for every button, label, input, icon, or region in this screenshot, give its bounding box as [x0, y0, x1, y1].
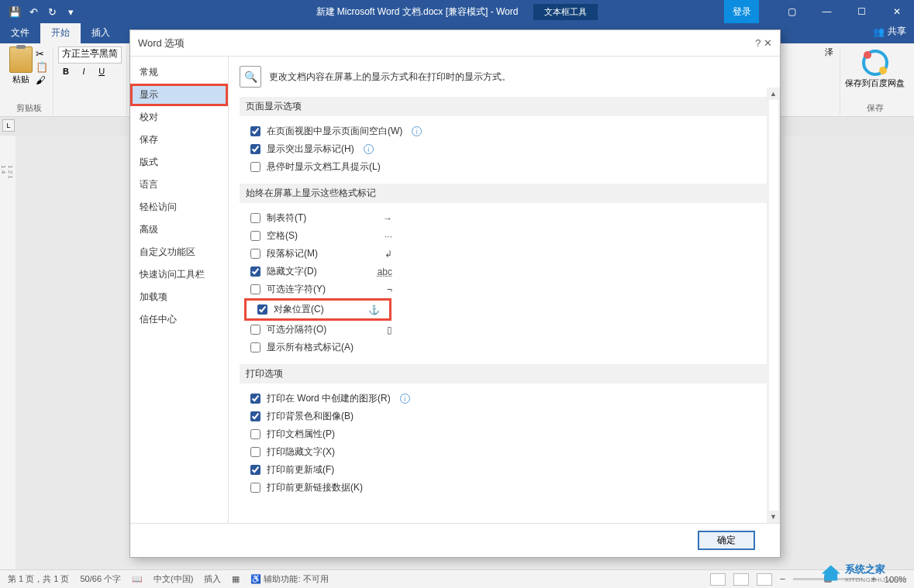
qat-more-icon[interactable]: ▾ — [64, 5, 78, 19]
chk-whitespace[interactable] — [250, 126, 260, 136]
tab-home[interactable]: 开始 — [40, 22, 81, 43]
dropdown-partial[interactable]: 泽 — [825, 46, 833, 58]
accessibility-status[interactable]: ♿ 辅助功能: 不可用 — [250, 573, 328, 585]
tab-selector[interactable]: L — [2, 119, 15, 132]
nav-proofing[interactable]: 校对 — [130, 106, 228, 129]
dialog-title: Word 选项 — [138, 36, 185, 50]
titlebar: 💾 ↶ ↻ ▾ 新建 Microsoft Word 文档.docx [兼容模式]… — [0, 0, 914, 23]
help-icon[interactable]: ? — [755, 37, 761, 49]
options-content: 🔍 更改文档内容在屏幕上的显示方式和在打印时的显示方式。 页面显示选项 在页面视… — [229, 57, 780, 523]
minimize-icon[interactable]: — — [809, 0, 844, 23]
chk-tab[interactable] — [250, 213, 260, 223]
ok-button[interactable]: 确定 — [698, 531, 755, 550]
insert-mode[interactable]: 插入 — [204, 573, 221, 585]
content-scrollbar[interactable]: ▲ ▼ — [767, 88, 780, 523]
paste-button[interactable]: 粘贴 — [9, 46, 33, 86]
chk-highlighter[interactable] — [250, 144, 260, 154]
redo-icon[interactable]: ↻ — [45, 5, 59, 19]
info-icon[interactable]: i — [400, 394, 410, 404]
chk-print-bg[interactable] — [250, 411, 260, 421]
chk-space[interactable] — [250, 231, 260, 241]
spellcheck-icon[interactable]: 📖 — [132, 574, 143, 584]
share-button[interactable]: 👥共享 — [873, 25, 906, 38]
section-formatting-marks: 始终在屏幕上显示这些格式标记 — [240, 184, 769, 203]
maximize-icon[interactable]: ☐ — [844, 0, 879, 23]
chk-all[interactable] — [250, 342, 260, 352]
zoom-slider[interactable] — [793, 578, 863, 580]
sym-hidden: abc — [378, 266, 392, 277]
nav-addins[interactable]: 加载项 — [130, 286, 228, 308]
tab-file[interactable]: 文件 — [0, 22, 40, 43]
baidu-pan-icon[interactable] — [862, 50, 888, 76]
chk-print-hidden[interactable] — [250, 447, 260, 457]
zoom-value[interactable]: 100% — [885, 575, 906, 584]
chk-print-props[interactable] — [250, 429, 260, 439]
underline-button[interactable]: U — [94, 67, 109, 76]
tab-insert[interactable]: 插入 — [81, 22, 121, 43]
document-title: 新建 Microsoft Word 文档.docx [兼容模式] - Word — [316, 5, 519, 19]
save-icon[interactable]: 💾 — [8, 5, 22, 19]
word-count[interactable]: 50/66 个字 — [80, 573, 121, 585]
nav-customize-ribbon[interactable]: 自定义功能区 — [130, 241, 228, 263]
anchor-icon: ⚓ — [368, 304, 380, 315]
nav-ease[interactable]: 轻松访问 — [130, 196, 228, 218]
zoom-out-icon[interactable]: − — [780, 573, 786, 585]
quick-access-toolbar: 💾 ↶ ↻ ▾ — [0, 5, 78, 19]
scroll-thumb[interactable] — [769, 100, 778, 511]
word-options-dialog: Word 选项 ? ✕ 常规 显示 校对 保存 版式 语言 轻松访问 高级 自定… — [129, 29, 781, 558]
close-icon[interactable]: ✕ — [879, 0, 914, 23]
nav-save[interactable]: 保存 — [130, 129, 228, 151]
cut-icon[interactable]: ✂ — [36, 48, 48, 60]
sym-space: ··· — [385, 231, 392, 242]
statusbar: 第 1 页，共 1 页 50/66 个字 📖 中文(中国) 插入 ▦ ♿ 辅助功… — [0, 569, 914, 588]
dialog-footer: 确定 — [130, 523, 780, 557]
page-indicator[interactable]: 第 1 页，共 1 页 — [8, 573, 69, 585]
web-layout-icon[interactable] — [757, 573, 772, 586]
intro-text: 更改文档内容在屏幕上的显示方式和在打印时的显示方式。 — [269, 70, 511, 84]
nav-general[interactable]: 常规 — [130, 61, 228, 84]
section-page-display: 页面显示选项 — [240, 97, 769, 116]
scroll-up-icon[interactable]: ▲ — [767, 88, 780, 100]
save-pan-button[interactable]: 保存到百度网盘 — [845, 77, 905, 89]
zoom-in-icon[interactable]: + — [871, 573, 877, 585]
chk-hyphen[interactable] — [250, 284, 260, 294]
vertical-ruler: 1 41 2 111 2 11 4 11 6 11 8 11 0 11 2 11… — [0, 136, 16, 569]
nav-language[interactable]: 语言 — [130, 174, 228, 196]
chk-print-drawings[interactable] — [250, 394, 260, 404]
nav-layout[interactable]: 版式 — [130, 151, 228, 174]
ribbon-display-icon[interactable]: ▢ — [774, 0, 809, 23]
chk-break[interactable] — [250, 325, 260, 335]
sym-break: ▯ — [387, 325, 392, 335]
language-indicator[interactable]: 中文(中国) — [153, 573, 193, 585]
italic-button[interactable]: I — [76, 67, 91, 76]
bold-button[interactable]: B — [58, 67, 74, 76]
nav-advanced[interactable]: 高级 — [130, 218, 228, 241]
font-name-select[interactable]: 方正兰亭黑简 — [58, 46, 122, 64]
dialog-close-icon[interactable]: ✕ — [764, 37, 772, 49]
macro-icon[interactable]: ▦ — [232, 574, 240, 584]
print-layout-icon[interactable] — [733, 573, 749, 586]
read-mode-icon[interactable] — [710, 573, 726, 586]
copy-icon[interactable]: 📋 — [36, 61, 48, 73]
contextual-tab-label[interactable]: 文本框工具 — [533, 4, 598, 20]
login-button[interactable]: 登录 — [724, 0, 759, 23]
partial-group: 泽 — [819, 46, 840, 115]
info-icon[interactable]: i — [364, 144, 374, 154]
chk-para[interactable] — [250, 249, 260, 259]
group-label: 剪贴板 — [16, 102, 42, 114]
undo-icon[interactable]: ↶ — [26, 5, 40, 19]
info-icon[interactable]: i — [412, 126, 422, 136]
clipboard-group: 粘贴 ✂ 📋 🖌 剪贴板 — [5, 46, 53, 115]
format-painter-icon[interactable]: 🖌 — [36, 74, 48, 86]
chk-anchor[interactable] — [257, 304, 267, 315]
chk-print-fields[interactable] — [250, 465, 260, 475]
scroll-down-icon[interactable]: ▼ — [767, 511, 780, 523]
nav-qat[interactable]: 快速访问工具栏 — [130, 263, 228, 286]
chk-hidden[interactable] — [250, 266, 260, 277]
save-pan-group: 保存到百度网盘 保存 — [840, 46, 909, 115]
chk-print-links[interactable] — [250, 483, 260, 493]
sym-hyphen: ¬ — [387, 284, 392, 295]
chk-tooltips[interactable] — [250, 162, 260, 172]
nav-trust[interactable]: 信任中心 — [130, 308, 228, 331]
nav-display[interactable]: 显示 — [130, 84, 228, 106]
